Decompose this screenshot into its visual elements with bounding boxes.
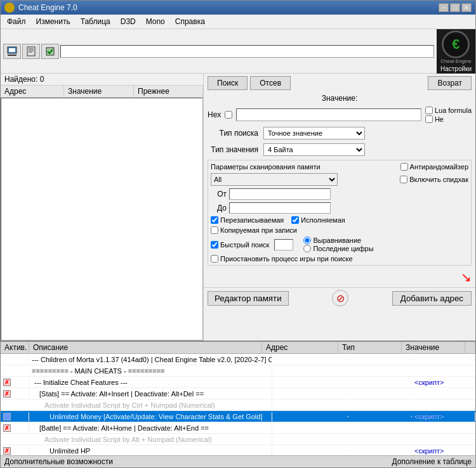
row-desc-1: ========= - MAIN CHEATS - ========= xyxy=(29,367,272,375)
left-panel: Найдено: 0 Адрес Значение Прежнее xyxy=(1,74,204,341)
active-checkbox-6[interactable] xyxy=(3,424,11,432)
table-row[interactable]: [Battle] == Activate: Alt+Home | Deactiv… xyxy=(1,422,475,434)
table-row[interactable]: Activate Individual Script by Ctrl + Num… xyxy=(1,400,475,411)
toolbar-btn-2[interactable] xyxy=(22,44,40,59)
table-row[interactable]: Unlimited HP <скрипт> xyxy=(1,445,475,455)
row-type-5 xyxy=(348,416,412,417)
overwrite-checkbox[interactable] xyxy=(211,216,218,224)
add-address-button[interactable]: Добавить адрес xyxy=(392,291,472,306)
antirandom-label: Антирандомайзер xyxy=(410,163,468,171)
copyable-checkbox[interactable] xyxy=(211,226,218,234)
not-checkbox[interactable] xyxy=(425,115,433,123)
active-checkbox-3[interactable] xyxy=(3,390,11,398)
lua-formula-checkbox[interactable] xyxy=(425,107,433,114)
lua-formula-label: Lua formula xyxy=(435,107,472,114)
menu-edit[interactable]: Изменить xyxy=(32,16,74,27)
window-controls: ─ □ ✕ xyxy=(439,3,472,12)
overwrite-label: Перезаписываемая xyxy=(220,216,284,224)
minimize-button[interactable]: ─ xyxy=(439,3,449,12)
search-type-select[interactable]: Точное значение xyxy=(263,127,365,140)
to-input[interactable]: 00007fffffffffff xyxy=(229,202,331,214)
row-addr-1 xyxy=(272,370,348,372)
menu-file[interactable]: Файл xyxy=(3,16,30,27)
svg-rect-4 xyxy=(29,48,34,49)
pause-game-checkbox[interactable] xyxy=(211,255,218,263)
row-active-7 xyxy=(1,439,29,440)
footer-right[interactable]: Дополнение к таблице xyxy=(392,457,472,466)
active-checkbox-8[interactable] xyxy=(3,447,11,455)
scan-results-list[interactable] xyxy=(1,98,203,341)
last-digits-radio[interactable] xyxy=(303,245,311,252)
table-row[interactable]: [Stats] == Activate: Alt+Insert | Deacti… xyxy=(1,388,475,400)
fast-scan-checkbox[interactable] xyxy=(211,241,218,249)
right-panel: Поиск Отсев Возрат Значение: Hex Lu xyxy=(204,74,475,341)
cheat-rows-container[interactable]: --- Children of Morta v1.1.37 (414ad0) |… xyxy=(1,354,475,455)
toolbar-btn-3[interactable] xyxy=(41,44,59,59)
row-type-4 xyxy=(348,405,412,406)
close-button[interactable]: ✕ xyxy=(461,3,472,12)
table-row[interactable]: ========= - MAIN CHEATS - ========= xyxy=(1,365,475,377)
align-label: Выравнивание xyxy=(313,237,361,244)
menu-help[interactable]: Справка xyxy=(171,16,209,27)
row-type-8 xyxy=(348,450,412,452)
not-label: Не xyxy=(435,115,444,123)
process-address-bar[interactable]: 000010FC-ChildrenOfMorta.exe xyxy=(60,45,434,58)
menu-table[interactable]: Таблица xyxy=(77,16,114,27)
window-icon xyxy=(4,3,15,13)
active-checkbox-2[interactable] xyxy=(3,379,11,386)
antirandom-checkbox[interactable] xyxy=(400,163,408,171)
mem-scan-label: Параметры сканирования памяти xyxy=(211,163,321,171)
row-val-7 xyxy=(412,439,475,440)
copyable-label: Копируемая при записи xyxy=(220,226,297,234)
table-row[interactable]: Unlimited Money [Activate/Update: View C… xyxy=(1,411,475,422)
speedhack-label: Включить спидхак xyxy=(409,176,468,183)
maximize-button[interactable]: □ xyxy=(450,3,460,12)
align-radio[interactable] xyxy=(303,237,311,244)
from-input[interactable]: 0000000000000000 xyxy=(229,188,331,200)
main-window: Cheat Engine 7.0 ─ □ ✕ Файл Изменить Таб… xyxy=(0,0,476,468)
back-button[interactable]: Возрат xyxy=(428,76,472,90)
active-checkbox-5[interactable] xyxy=(3,413,11,420)
menu-d3d[interactable]: D3D xyxy=(117,16,140,27)
row-active-3 xyxy=(1,389,29,398)
row-active-5 xyxy=(1,412,29,421)
row-val-6 xyxy=(412,427,475,429)
table-row[interactable]: Activate Individual Script by Alt + Nump… xyxy=(1,434,475,445)
pause-label: Приостановить процесс игры при поиске xyxy=(220,255,353,263)
top-area: 000010FC-ChildrenOfMorta.exe € Cheat Eng… xyxy=(1,29,475,74)
row-type-6 xyxy=(348,427,412,429)
search-button[interactable]: Поиск xyxy=(208,76,248,90)
ce-logo-label: Cheat Engine xyxy=(440,58,471,64)
row-addr-5 xyxy=(272,416,348,417)
toolbar-btn-1[interactable] xyxy=(3,44,21,59)
settings-link[interactable]: Настройки xyxy=(440,65,472,72)
filter-button[interactable]: Отсев xyxy=(250,76,291,90)
row-addr-8 xyxy=(272,450,348,452)
row-active-2 xyxy=(1,378,29,387)
row-desc-5: Unlimited Money [Activate/Update: View C… xyxy=(29,412,272,421)
value-input[interactable] xyxy=(236,108,421,121)
speedhack-checkbox[interactable] xyxy=(400,176,407,183)
mem-all-select[interactable]: All xyxy=(211,173,338,186)
row-desc-8: Unlimited HP xyxy=(29,446,272,455)
search-type-label: Тип поиска xyxy=(208,129,258,138)
fast-scan-value[interactable]: 4 xyxy=(274,239,293,250)
hex-checkbox[interactable] xyxy=(225,111,232,119)
row-val-5: <скрипт> xyxy=(412,412,475,421)
search-type-row: Тип поиска Точное значение xyxy=(208,127,472,140)
table-row[interactable]: --- Initialize Cheat Features --- <скрип… xyxy=(1,377,475,388)
row-active-4 xyxy=(1,405,29,406)
row-active-1 xyxy=(1,370,29,372)
value-type-select[interactable]: 4 Байта xyxy=(263,143,365,156)
executable-checkbox[interactable] xyxy=(291,216,299,224)
title-bar: Cheat Engine 7.0 ─ □ ✕ xyxy=(1,1,475,15)
main-content: Найдено: 0 Адрес Значение Прежнее Поиск … xyxy=(1,74,475,341)
svg-rect-6 xyxy=(29,51,34,51)
value-type-label: Тип значения xyxy=(208,145,258,154)
svg-rect-2 xyxy=(8,55,17,56)
col-addr: Адрес xyxy=(262,342,338,353)
menu-mono[interactable]: Mono xyxy=(142,16,169,27)
memory-editor-button[interactable]: Редактор памяти xyxy=(208,291,289,306)
table-row[interactable]: --- Children of Morta v1.1.37 (414ad0) |… xyxy=(1,354,475,365)
footer-left[interactable]: Дополнительные возможности xyxy=(4,457,113,466)
